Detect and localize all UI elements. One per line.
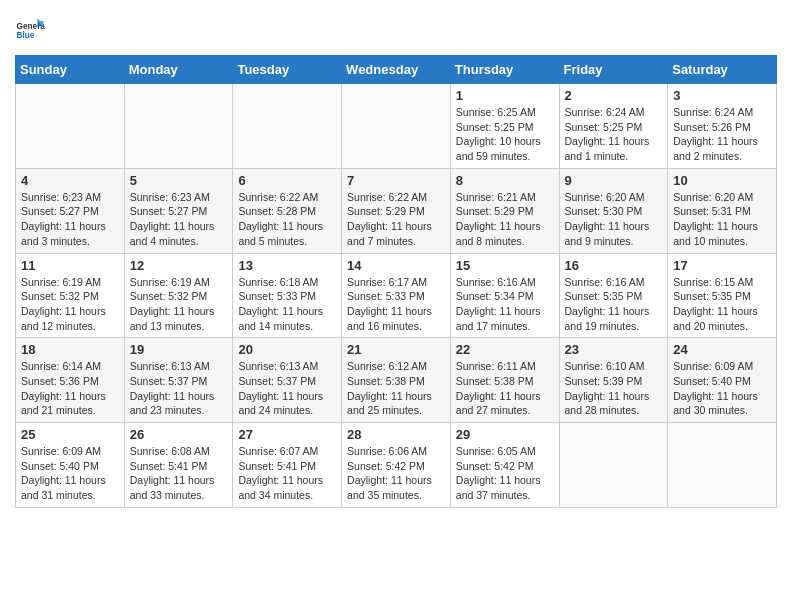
day-number: 19	[130, 342, 228, 357]
day-number: 10	[673, 173, 771, 188]
day-cell-6: 6Sunrise: 6:22 AMSunset: 5:28 PMDaylight…	[233, 168, 342, 253]
day-number: 8	[456, 173, 554, 188]
day-number: 7	[347, 173, 445, 188]
day-number: 9	[565, 173, 663, 188]
day-cell-4: 4Sunrise: 6:23 AMSunset: 5:27 PMDaylight…	[16, 168, 125, 253]
cell-info: Sunrise: 6:23 AMSunset: 5:27 PMDaylight:…	[21, 190, 119, 249]
cell-info: Sunrise: 6:22 AMSunset: 5:29 PMDaylight:…	[347, 190, 445, 249]
cell-info: Sunrise: 6:07 AMSunset: 5:41 PMDaylight:…	[238, 444, 336, 503]
cell-info: Sunrise: 6:16 AMSunset: 5:35 PMDaylight:…	[565, 275, 663, 334]
day-cell-14: 14Sunrise: 6:17 AMSunset: 5:33 PMDayligh…	[342, 253, 451, 338]
cell-info: Sunrise: 6:05 AMSunset: 5:42 PMDaylight:…	[456, 444, 554, 503]
week-row-4: 18Sunrise: 6:14 AMSunset: 5:36 PMDayligh…	[16, 338, 777, 423]
day-number: 13	[238, 258, 336, 273]
day-cell-9: 9Sunrise: 6:20 AMSunset: 5:30 PMDaylight…	[559, 168, 668, 253]
empty-cell	[233, 84, 342, 169]
day-cell-23: 23Sunrise: 6:10 AMSunset: 5:39 PMDayligh…	[559, 338, 668, 423]
header-day-saturday: Saturday	[668, 56, 777, 84]
cell-info: Sunrise: 6:20 AMSunset: 5:30 PMDaylight:…	[565, 190, 663, 249]
cell-info: Sunrise: 6:11 AMSunset: 5:38 PMDaylight:…	[456, 359, 554, 418]
day-cell-3: 3Sunrise: 6:24 AMSunset: 5:26 PMDaylight…	[668, 84, 777, 169]
svg-text:Blue: Blue	[17, 31, 35, 40]
week-row-3: 11Sunrise: 6:19 AMSunset: 5:32 PMDayligh…	[16, 253, 777, 338]
day-number: 14	[347, 258, 445, 273]
cell-info: Sunrise: 6:13 AMSunset: 5:37 PMDaylight:…	[238, 359, 336, 418]
cell-info: Sunrise: 6:14 AMSunset: 5:36 PMDaylight:…	[21, 359, 119, 418]
cell-info: Sunrise: 6:22 AMSunset: 5:28 PMDaylight:…	[238, 190, 336, 249]
header-day-wednesday: Wednesday	[342, 56, 451, 84]
day-number: 5	[130, 173, 228, 188]
day-cell-25: 25Sunrise: 6:09 AMSunset: 5:40 PMDayligh…	[16, 423, 125, 508]
cell-info: Sunrise: 6:24 AMSunset: 5:26 PMDaylight:…	[673, 105, 771, 164]
cell-info: Sunrise: 6:16 AMSunset: 5:34 PMDaylight:…	[456, 275, 554, 334]
cell-info: Sunrise: 6:24 AMSunset: 5:25 PMDaylight:…	[565, 105, 663, 164]
day-number: 15	[456, 258, 554, 273]
header-row: SundayMondayTuesdayWednesdayThursdayFrid…	[16, 56, 777, 84]
day-cell-15: 15Sunrise: 6:16 AMSunset: 5:34 PMDayligh…	[450, 253, 559, 338]
header-day-tuesday: Tuesday	[233, 56, 342, 84]
cell-info: Sunrise: 6:09 AMSunset: 5:40 PMDaylight:…	[21, 444, 119, 503]
logo: General Blue	[15, 15, 49, 45]
day-cell-5: 5Sunrise: 6:23 AMSunset: 5:27 PMDaylight…	[124, 168, 233, 253]
cell-info: Sunrise: 6:12 AMSunset: 5:38 PMDaylight:…	[347, 359, 445, 418]
day-cell-21: 21Sunrise: 6:12 AMSunset: 5:38 PMDayligh…	[342, 338, 451, 423]
day-cell-11: 11Sunrise: 6:19 AMSunset: 5:32 PMDayligh…	[16, 253, 125, 338]
day-number: 2	[565, 88, 663, 103]
day-number: 6	[238, 173, 336, 188]
empty-cell	[342, 84, 451, 169]
day-cell-27: 27Sunrise: 6:07 AMSunset: 5:41 PMDayligh…	[233, 423, 342, 508]
week-row-1: 1Sunrise: 6:25 AMSunset: 5:25 PMDaylight…	[16, 84, 777, 169]
cell-info: Sunrise: 6:23 AMSunset: 5:27 PMDaylight:…	[130, 190, 228, 249]
cell-info: Sunrise: 6:20 AMSunset: 5:31 PMDaylight:…	[673, 190, 771, 249]
cell-info: Sunrise: 6:13 AMSunset: 5:37 PMDaylight:…	[130, 359, 228, 418]
cell-info: Sunrise: 6:25 AMSunset: 5:25 PMDaylight:…	[456, 105, 554, 164]
empty-cell	[668, 423, 777, 508]
week-row-2: 4Sunrise: 6:23 AMSunset: 5:27 PMDaylight…	[16, 168, 777, 253]
day-number: 4	[21, 173, 119, 188]
day-cell-17: 17Sunrise: 6:15 AMSunset: 5:35 PMDayligh…	[668, 253, 777, 338]
cell-info: Sunrise: 6:10 AMSunset: 5:39 PMDaylight:…	[565, 359, 663, 418]
day-number: 3	[673, 88, 771, 103]
day-cell-7: 7Sunrise: 6:22 AMSunset: 5:29 PMDaylight…	[342, 168, 451, 253]
day-number: 18	[21, 342, 119, 357]
day-cell-22: 22Sunrise: 6:11 AMSunset: 5:38 PMDayligh…	[450, 338, 559, 423]
day-cell-28: 28Sunrise: 6:06 AMSunset: 5:42 PMDayligh…	[342, 423, 451, 508]
day-number: 22	[456, 342, 554, 357]
day-cell-8: 8Sunrise: 6:21 AMSunset: 5:29 PMDaylight…	[450, 168, 559, 253]
header-day-monday: Monday	[124, 56, 233, 84]
day-number: 20	[238, 342, 336, 357]
page-header: General Blue	[15, 15, 777, 45]
calendar-table: SundayMondayTuesdayWednesdayThursdayFrid…	[15, 55, 777, 508]
calendar-header: SundayMondayTuesdayWednesdayThursdayFrid…	[16, 56, 777, 84]
cell-info: Sunrise: 6:06 AMSunset: 5:42 PMDaylight:…	[347, 444, 445, 503]
day-cell-2: 2Sunrise: 6:24 AMSunset: 5:25 PMDaylight…	[559, 84, 668, 169]
cell-info: Sunrise: 6:09 AMSunset: 5:40 PMDaylight:…	[673, 359, 771, 418]
day-cell-20: 20Sunrise: 6:13 AMSunset: 5:37 PMDayligh…	[233, 338, 342, 423]
day-number: 21	[347, 342, 445, 357]
day-number: 11	[21, 258, 119, 273]
cell-info: Sunrise: 6:18 AMSunset: 5:33 PMDaylight:…	[238, 275, 336, 334]
header-day-sunday: Sunday	[16, 56, 125, 84]
day-cell-19: 19Sunrise: 6:13 AMSunset: 5:37 PMDayligh…	[124, 338, 233, 423]
empty-cell	[559, 423, 668, 508]
cell-info: Sunrise: 6:15 AMSunset: 5:35 PMDaylight:…	[673, 275, 771, 334]
cell-info: Sunrise: 6:21 AMSunset: 5:29 PMDaylight:…	[456, 190, 554, 249]
week-row-5: 25Sunrise: 6:09 AMSunset: 5:40 PMDayligh…	[16, 423, 777, 508]
empty-cell	[124, 84, 233, 169]
cell-info: Sunrise: 6:17 AMSunset: 5:33 PMDaylight:…	[347, 275, 445, 334]
day-number: 26	[130, 427, 228, 442]
day-number: 29	[456, 427, 554, 442]
day-number: 17	[673, 258, 771, 273]
empty-cell	[16, 84, 125, 169]
day-number: 24	[673, 342, 771, 357]
day-number: 27	[238, 427, 336, 442]
day-number: 25	[21, 427, 119, 442]
header-day-thursday: Thursday	[450, 56, 559, 84]
day-cell-13: 13Sunrise: 6:18 AMSunset: 5:33 PMDayligh…	[233, 253, 342, 338]
day-cell-16: 16Sunrise: 6:16 AMSunset: 5:35 PMDayligh…	[559, 253, 668, 338]
logo-icon: General Blue	[15, 15, 45, 45]
day-number: 28	[347, 427, 445, 442]
day-number: 12	[130, 258, 228, 273]
day-number: 23	[565, 342, 663, 357]
cell-info: Sunrise: 6:08 AMSunset: 5:41 PMDaylight:…	[130, 444, 228, 503]
